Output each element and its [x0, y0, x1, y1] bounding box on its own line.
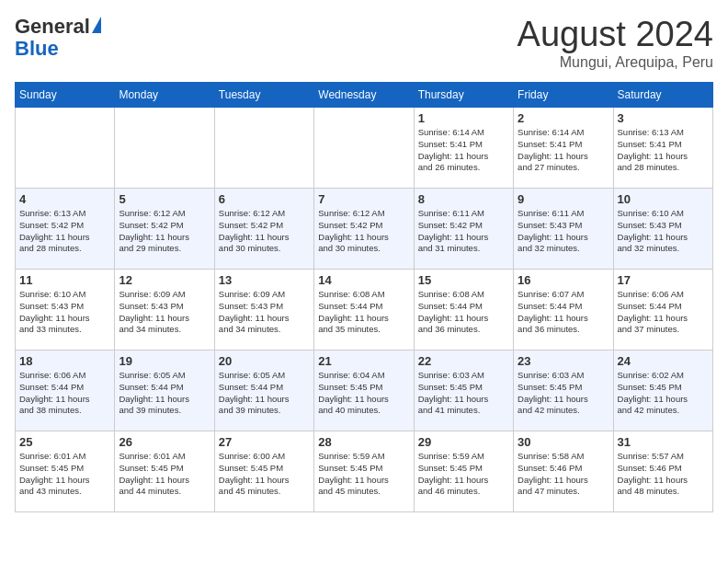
day-info: Sunrise: 5:59 AM Sunset: 5:45 PM Dayligh… — [418, 451, 509, 498]
day-number: 31 — [618, 435, 709, 449]
day-cell: 7Sunrise: 6:12 AM Sunset: 5:42 PM Daylig… — [314, 189, 414, 270]
day-number: 2 — [518, 111, 609, 125]
day-number: 22 — [418, 354, 509, 368]
day-number: 17 — [618, 273, 709, 287]
weekday-header-row: SundayMondayTuesdayWednesdayThursdayFrid… — [16, 83, 713, 108]
day-cell: 9Sunrise: 6:11 AM Sunset: 5:43 PM Daylig… — [514, 189, 613, 270]
weekday-header-wednesday: Wednesday — [314, 83, 414, 108]
day-cell: 20Sunrise: 6:05 AM Sunset: 5:44 PM Dayli… — [214, 350, 313, 431]
day-number: 23 — [518, 354, 609, 368]
day-info: Sunrise: 6:07 AM Sunset: 5:44 PM Dayligh… — [518, 289, 609, 336]
day-info: Sunrise: 5:59 AM Sunset: 5:45 PM Dayligh… — [318, 451, 409, 498]
day-info: Sunrise: 6:11 AM Sunset: 5:42 PM Dayligh… — [418, 208, 509, 255]
day-cell — [16, 108, 115, 189]
day-info: Sunrise: 6:12 AM Sunset: 5:42 PM Dayligh… — [119, 208, 210, 255]
day-number: 7 — [318, 192, 409, 206]
day-info: Sunrise: 6:12 AM Sunset: 5:42 PM Dayligh… — [219, 208, 310, 255]
day-number: 21 — [318, 354, 409, 368]
day-number: 16 — [518, 273, 609, 287]
day-info: Sunrise: 6:12 AM Sunset: 5:42 PM Dayligh… — [318, 208, 409, 255]
page-header: General Blue August 2024 Mungui, Arequip… — [15, 15, 713, 71]
day-info: Sunrise: 6:10 AM Sunset: 5:43 PM Dayligh… — [618, 208, 709, 255]
day-info: Sunrise: 6:13 AM Sunset: 5:41 PM Dayligh… — [618, 127, 709, 174]
day-info: Sunrise: 6:01 AM Sunset: 5:45 PM Dayligh… — [119, 451, 210, 498]
day-cell: 18Sunrise: 6:06 AM Sunset: 5:44 PM Dayli… — [16, 350, 115, 431]
day-number: 25 — [19, 435, 110, 449]
day-number: 11 — [19, 273, 110, 287]
day-info: Sunrise: 6:03 AM Sunset: 5:45 PM Dayligh… — [518, 370, 609, 417]
day-cell: 13Sunrise: 6:09 AM Sunset: 5:43 PM Dayli… — [214, 270, 313, 350]
week-row-3: 11Sunrise: 6:10 AM Sunset: 5:43 PM Dayli… — [16, 270, 713, 350]
day-number: 24 — [618, 354, 709, 368]
day-cell: 11Sunrise: 6:10 AM Sunset: 5:43 PM Dayli… — [16, 270, 115, 350]
day-info: Sunrise: 5:58 AM Sunset: 5:46 PM Dayligh… — [518, 451, 609, 498]
day-info: Sunrise: 6:06 AM Sunset: 5:44 PM Dayligh… — [19, 370, 110, 417]
day-number: 10 — [618, 192, 709, 206]
day-number: 28 — [318, 435, 409, 449]
calendar-subtitle: Mungui, Arequipa, Peru — [518, 54, 713, 71]
day-number: 20 — [219, 354, 310, 368]
weekday-header-monday: Monday — [115, 83, 214, 108]
title-block: August 2024 Mungui, Arequipa, Peru — [518, 15, 713, 71]
day-cell: 31Sunrise: 5:57 AM Sunset: 5:46 PM Dayli… — [613, 431, 712, 512]
calendar-table: SundayMondayTuesdayWednesdayThursdayFrid… — [15, 82, 713, 512]
day-cell: 15Sunrise: 6:08 AM Sunset: 5:44 PM Dayli… — [414, 270, 513, 350]
logo: General Blue — [15, 15, 101, 61]
day-number: 19 — [119, 354, 210, 368]
day-info: Sunrise: 6:02 AM Sunset: 5:45 PM Dayligh… — [618, 370, 709, 417]
day-number: 15 — [418, 273, 509, 287]
logo-blue-text: Blue — [15, 37, 59, 61]
day-number: 30 — [518, 435, 609, 449]
day-cell: 23Sunrise: 6:03 AM Sunset: 5:45 PM Dayli… — [514, 350, 613, 431]
day-cell: 10Sunrise: 6:10 AM Sunset: 5:43 PM Dayli… — [613, 189, 712, 270]
day-cell: 25Sunrise: 6:01 AM Sunset: 5:45 PM Dayli… — [16, 431, 115, 512]
day-number: 26 — [119, 435, 210, 449]
day-cell: 27Sunrise: 6:00 AM Sunset: 5:45 PM Dayli… — [214, 431, 313, 512]
day-info: Sunrise: 6:06 AM Sunset: 5:44 PM Dayligh… — [618, 289, 709, 336]
day-info: Sunrise: 6:08 AM Sunset: 5:44 PM Dayligh… — [418, 289, 509, 336]
day-info: Sunrise: 6:14 AM Sunset: 5:41 PM Dayligh… — [518, 127, 609, 174]
day-cell: 22Sunrise: 6:03 AM Sunset: 5:45 PM Dayli… — [414, 350, 513, 431]
day-cell: 4Sunrise: 6:13 AM Sunset: 5:42 PM Daylig… — [16, 189, 115, 270]
calendar-title: August 2024 — [518, 15, 713, 54]
week-row-2: 4Sunrise: 6:13 AM Sunset: 5:42 PM Daylig… — [16, 189, 713, 270]
day-info: Sunrise: 6:03 AM Sunset: 5:45 PM Dayligh… — [418, 370, 509, 417]
day-info: Sunrise: 6:10 AM Sunset: 5:43 PM Dayligh… — [19, 289, 110, 336]
day-cell: 1Sunrise: 6:14 AM Sunset: 5:41 PM Daylig… — [414, 108, 513, 189]
day-cell: 26Sunrise: 6:01 AM Sunset: 5:45 PM Dayli… — [115, 431, 214, 512]
day-number: 9 — [518, 192, 609, 206]
day-number: 3 — [618, 111, 709, 125]
logo-general-text: General — [15, 15, 90, 39]
day-info: Sunrise: 6:05 AM Sunset: 5:44 PM Dayligh… — [219, 370, 310, 417]
day-cell: 17Sunrise: 6:06 AM Sunset: 5:44 PM Dayli… — [613, 270, 712, 350]
day-info: Sunrise: 6:05 AM Sunset: 5:44 PM Dayligh… — [119, 370, 210, 417]
week-row-4: 18Sunrise: 6:06 AM Sunset: 5:44 PM Dayli… — [16, 350, 713, 431]
day-cell: 29Sunrise: 5:59 AM Sunset: 5:45 PM Dayli… — [414, 431, 513, 512]
day-info: Sunrise: 5:57 AM Sunset: 5:46 PM Dayligh… — [618, 451, 709, 498]
day-cell: 28Sunrise: 5:59 AM Sunset: 5:45 PM Dayli… — [314, 431, 414, 512]
week-row-5: 25Sunrise: 6:01 AM Sunset: 5:45 PM Dayli… — [16, 431, 713, 512]
day-number: 13 — [219, 273, 310, 287]
day-cell: 3Sunrise: 6:13 AM Sunset: 5:41 PM Daylig… — [613, 108, 712, 189]
day-cell: 21Sunrise: 6:04 AM Sunset: 5:45 PM Dayli… — [314, 350, 414, 431]
day-info: Sunrise: 6:13 AM Sunset: 5:42 PM Dayligh… — [19, 208, 110, 255]
day-number: 18 — [19, 354, 110, 368]
day-cell: 12Sunrise: 6:09 AM Sunset: 5:43 PM Dayli… — [115, 270, 214, 350]
day-cell — [214, 108, 313, 189]
day-info: Sunrise: 6:09 AM Sunset: 5:43 PM Dayligh… — [219, 289, 310, 336]
day-cell: 5Sunrise: 6:12 AM Sunset: 5:42 PM Daylig… — [115, 189, 214, 270]
day-number: 5 — [119, 192, 210, 206]
day-number: 1 — [418, 111, 509, 125]
day-cell — [314, 108, 414, 189]
weekday-header-sunday: Sunday — [16, 83, 115, 108]
day-cell: 24Sunrise: 6:02 AM Sunset: 5:45 PM Dayli… — [613, 350, 712, 431]
day-cell: 6Sunrise: 6:12 AM Sunset: 5:42 PM Daylig… — [214, 189, 313, 270]
day-number: 8 — [418, 192, 509, 206]
weekday-header-saturday: Saturday — [613, 83, 712, 108]
day-cell — [115, 108, 214, 189]
day-cell: 14Sunrise: 6:08 AM Sunset: 5:44 PM Dayli… — [314, 270, 414, 350]
day-cell: 2Sunrise: 6:14 AM Sunset: 5:41 PM Daylig… — [514, 108, 613, 189]
day-cell: 30Sunrise: 5:58 AM Sunset: 5:46 PM Dayli… — [514, 431, 613, 512]
day-info: Sunrise: 6:01 AM Sunset: 5:45 PM Dayligh… — [19, 451, 110, 498]
logo-triangle-icon — [92, 17, 101, 33]
